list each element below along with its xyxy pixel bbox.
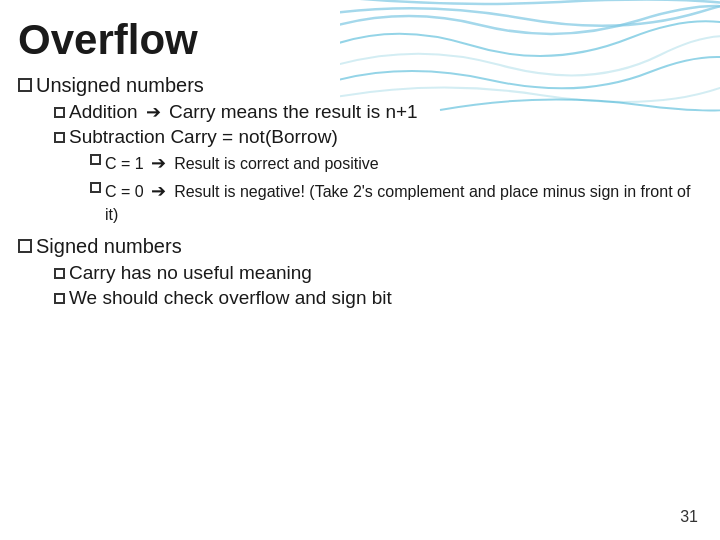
main-content: Overflow Unsigned numbers Addition ➔ Car… — [0, 0, 720, 327]
arrow-c1: ➔ — [151, 153, 171, 173]
bullet-carry — [54, 268, 65, 279]
unsigned-section: Unsigned numbers Addition ➔ Carry means … — [18, 74, 696, 227]
signed-label: Signed numbers — [36, 235, 182, 258]
bullet-subtraction — [54, 132, 65, 143]
signed-heading: Signed numbers — [18, 235, 696, 258]
addition-item: Addition ➔ Carry means the result is n+1 — [54, 101, 696, 123]
carry-item: Carry has no useful meaning — [54, 262, 696, 284]
sign-bit-text: We should check overflow and sign bit — [69, 287, 392, 309]
bullet-c1 — [90, 154, 101, 165]
arrow-c0: ➔ — [151, 181, 171, 201]
c0-item: C = 0 ➔ Result is negative! (Take 2's co… — [90, 179, 696, 227]
page-number: 31 — [680, 508, 698, 526]
bullet-sign-bit — [54, 293, 65, 304]
signed-section: Signed numbers Carry has no useful meani… — [18, 235, 696, 309]
c0-text: C = 0 ➔ Result is negative! (Take 2's co… — [105, 179, 696, 227]
unsigned-label: Unsigned numbers — [36, 74, 204, 97]
subtraction-item: Subtraction Carry = not(Borrow) — [54, 126, 696, 148]
bullet-addition — [54, 107, 65, 118]
arrow-addition: ➔ — [146, 102, 166, 122]
sign-bit-item: We should check overflow and sign bit — [54, 287, 696, 309]
addition-text: Addition ➔ Carry means the result is n+1 — [69, 101, 418, 123]
bullet-unsigned — [18, 78, 32, 92]
subtraction-text: Subtraction Carry = not(Borrow) — [69, 126, 338, 148]
unsigned-heading: Unsigned numbers — [18, 74, 696, 97]
bullet-c0 — [90, 182, 101, 193]
c1-item: C = 1 ➔ Result is correct and positive — [90, 151, 696, 176]
carry-text: Carry has no useful meaning — [69, 262, 312, 284]
page-title: Overflow — [18, 16, 696, 64]
c1-text: C = 1 ➔ Result is correct and positive — [105, 151, 696, 176]
bullet-signed — [18, 239, 32, 253]
